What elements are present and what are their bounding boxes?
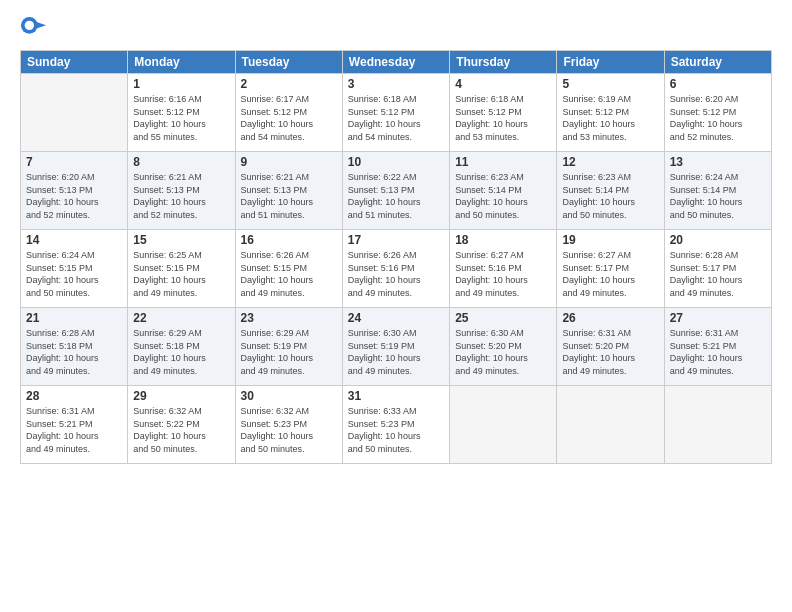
calendar-cell [21,74,128,152]
calendar-cell: 27Sunrise: 6:31 AM Sunset: 5:21 PM Dayli… [664,308,771,386]
day-info: Sunrise: 6:23 AM Sunset: 5:14 PM Dayligh… [562,171,658,221]
week-row-1: 1Sunrise: 6:16 AM Sunset: 5:12 PM Daylig… [21,74,772,152]
day-info: Sunrise: 6:30 AM Sunset: 5:20 PM Dayligh… [455,327,551,377]
day-number: 30 [241,389,337,403]
day-info: Sunrise: 6:26 AM Sunset: 5:15 PM Dayligh… [241,249,337,299]
calendar-cell [664,386,771,464]
day-header-friday: Friday [557,51,664,74]
day-info: Sunrise: 6:27 AM Sunset: 5:17 PM Dayligh… [562,249,658,299]
calendar-cell: 6Sunrise: 6:20 AM Sunset: 5:12 PM Daylig… [664,74,771,152]
day-header-saturday: Saturday [664,51,771,74]
calendar-cell: 21Sunrise: 6:28 AM Sunset: 5:18 PM Dayli… [21,308,128,386]
day-info: Sunrise: 6:31 AM Sunset: 5:21 PM Dayligh… [670,327,766,377]
calendar-cell: 13Sunrise: 6:24 AM Sunset: 5:14 PM Dayli… [664,152,771,230]
day-info: Sunrise: 6:29 AM Sunset: 5:19 PM Dayligh… [241,327,337,377]
day-header-sunday: Sunday [21,51,128,74]
day-number: 3 [348,77,444,91]
calendar-cell: 1Sunrise: 6:16 AM Sunset: 5:12 PM Daylig… [128,74,235,152]
day-number: 27 [670,311,766,325]
day-number: 26 [562,311,658,325]
svg-point-1 [25,21,34,30]
page: SundayMondayTuesdayWednesdayThursdayFrid… [0,0,792,612]
day-number: 6 [670,77,766,91]
day-info: Sunrise: 6:33 AM Sunset: 5:23 PM Dayligh… [348,405,444,455]
day-number: 17 [348,233,444,247]
day-info: Sunrise: 6:24 AM Sunset: 5:14 PM Dayligh… [670,171,766,221]
calendar-cell: 5Sunrise: 6:19 AM Sunset: 5:12 PM Daylig… [557,74,664,152]
day-number: 25 [455,311,551,325]
calendar-cell: 25Sunrise: 6:30 AM Sunset: 5:20 PM Dayli… [450,308,557,386]
calendar-cell: 23Sunrise: 6:29 AM Sunset: 5:19 PM Dayli… [235,308,342,386]
calendar-cell: 18Sunrise: 6:27 AM Sunset: 5:16 PM Dayli… [450,230,557,308]
day-number: 31 [348,389,444,403]
calendar-cell: 9Sunrise: 6:21 AM Sunset: 5:13 PM Daylig… [235,152,342,230]
day-info: Sunrise: 6:30 AM Sunset: 5:19 PM Dayligh… [348,327,444,377]
day-number: 11 [455,155,551,169]
logo-icon [20,16,48,44]
day-info: Sunrise: 6:18 AM Sunset: 5:12 PM Dayligh… [455,93,551,143]
calendar-cell: 15Sunrise: 6:25 AM Sunset: 5:15 PM Dayli… [128,230,235,308]
day-header-monday: Monday [128,51,235,74]
day-info: Sunrise: 6:31 AM Sunset: 5:20 PM Dayligh… [562,327,658,377]
calendar-cell: 2Sunrise: 6:17 AM Sunset: 5:12 PM Daylig… [235,74,342,152]
header [20,16,772,44]
calendar-cell: 20Sunrise: 6:28 AM Sunset: 5:17 PM Dayli… [664,230,771,308]
day-number: 18 [455,233,551,247]
calendar-cell: 28Sunrise: 6:31 AM Sunset: 5:21 PM Dayli… [21,386,128,464]
calendar-cell: 26Sunrise: 6:31 AM Sunset: 5:20 PM Dayli… [557,308,664,386]
day-number: 9 [241,155,337,169]
calendar-cell [450,386,557,464]
calendar-body: 1Sunrise: 6:16 AM Sunset: 5:12 PM Daylig… [21,74,772,464]
day-info: Sunrise: 6:28 AM Sunset: 5:18 PM Dayligh… [26,327,122,377]
calendar-cell: 29Sunrise: 6:32 AM Sunset: 5:22 PM Dayli… [128,386,235,464]
day-info: Sunrise: 6:18 AM Sunset: 5:12 PM Dayligh… [348,93,444,143]
svg-marker-2 [35,22,46,29]
calendar-cell: 24Sunrise: 6:30 AM Sunset: 5:19 PM Dayli… [342,308,449,386]
day-header-tuesday: Tuesday [235,51,342,74]
calendar-cell: 31Sunrise: 6:33 AM Sunset: 5:23 PM Dayli… [342,386,449,464]
day-number: 1 [133,77,229,91]
day-info: Sunrise: 6:19 AM Sunset: 5:12 PM Dayligh… [562,93,658,143]
calendar-cell: 19Sunrise: 6:27 AM Sunset: 5:17 PM Dayli… [557,230,664,308]
day-info: Sunrise: 6:20 AM Sunset: 5:12 PM Dayligh… [670,93,766,143]
day-header-thursday: Thursday [450,51,557,74]
day-info: Sunrise: 6:21 AM Sunset: 5:13 PM Dayligh… [133,171,229,221]
week-row-4: 21Sunrise: 6:28 AM Sunset: 5:18 PM Dayli… [21,308,772,386]
calendar-cell: 17Sunrise: 6:26 AM Sunset: 5:16 PM Dayli… [342,230,449,308]
day-info: Sunrise: 6:28 AM Sunset: 5:17 PM Dayligh… [670,249,766,299]
day-info: Sunrise: 6:17 AM Sunset: 5:12 PM Dayligh… [241,93,337,143]
day-info: Sunrise: 6:20 AM Sunset: 5:13 PM Dayligh… [26,171,122,221]
calendar-cell: 14Sunrise: 6:24 AM Sunset: 5:15 PM Dayli… [21,230,128,308]
day-info: Sunrise: 6:22 AM Sunset: 5:13 PM Dayligh… [348,171,444,221]
day-number: 20 [670,233,766,247]
day-info: Sunrise: 6:21 AM Sunset: 5:13 PM Dayligh… [241,171,337,221]
header-row: SundayMondayTuesdayWednesdayThursdayFrid… [21,51,772,74]
calendar-cell: 16Sunrise: 6:26 AM Sunset: 5:15 PM Dayli… [235,230,342,308]
calendar-cell [557,386,664,464]
week-row-3: 14Sunrise: 6:24 AM Sunset: 5:15 PM Dayli… [21,230,772,308]
day-number: 19 [562,233,658,247]
day-info: Sunrise: 6:32 AM Sunset: 5:23 PM Dayligh… [241,405,337,455]
week-row-2: 7Sunrise: 6:20 AM Sunset: 5:13 PM Daylig… [21,152,772,230]
day-info: Sunrise: 6:25 AM Sunset: 5:15 PM Dayligh… [133,249,229,299]
week-row-5: 28Sunrise: 6:31 AM Sunset: 5:21 PM Dayli… [21,386,772,464]
day-number: 10 [348,155,444,169]
day-info: Sunrise: 6:32 AM Sunset: 5:22 PM Dayligh… [133,405,229,455]
day-number: 16 [241,233,337,247]
calendar-cell: 4Sunrise: 6:18 AM Sunset: 5:12 PM Daylig… [450,74,557,152]
day-number: 4 [455,77,551,91]
day-number: 23 [241,311,337,325]
day-number: 15 [133,233,229,247]
calendar-cell: 8Sunrise: 6:21 AM Sunset: 5:13 PM Daylig… [128,152,235,230]
day-info: Sunrise: 6:16 AM Sunset: 5:12 PM Dayligh… [133,93,229,143]
day-info: Sunrise: 6:29 AM Sunset: 5:18 PM Dayligh… [133,327,229,377]
day-number: 13 [670,155,766,169]
day-number: 21 [26,311,122,325]
calendar-cell: 30Sunrise: 6:32 AM Sunset: 5:23 PM Dayli… [235,386,342,464]
day-number: 22 [133,311,229,325]
day-number: 28 [26,389,122,403]
calendar-header: SundayMondayTuesdayWednesdayThursdayFrid… [21,51,772,74]
day-info: Sunrise: 6:23 AM Sunset: 5:14 PM Dayligh… [455,171,551,221]
day-number: 2 [241,77,337,91]
calendar-cell: 7Sunrise: 6:20 AM Sunset: 5:13 PM Daylig… [21,152,128,230]
